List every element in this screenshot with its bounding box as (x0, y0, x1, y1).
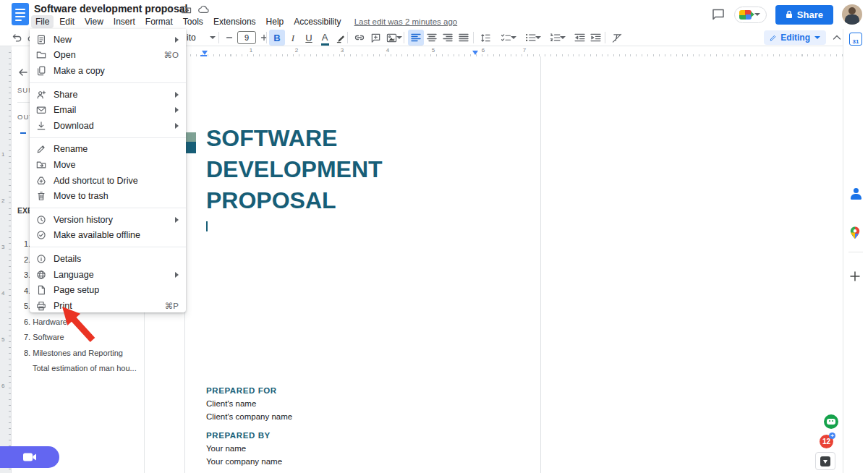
numbered-list-dropdown-icon[interactable] (560, 36, 566, 39)
client-company-name: Client's company name (206, 412, 292, 421)
document-title[interactable]: Software development proposal (34, 3, 187, 14)
menu-item-share[interactable]: Share (30, 87, 186, 103)
underline-button[interactable]: U (301, 30, 317, 46)
template-ribbon-decoration (184, 132, 196, 153)
outline-item[interactable]: 8. Milestones and Reporting (24, 346, 137, 362)
menu-help[interactable]: Help (262, 15, 289, 28)
font-family-dropdown-icon[interactable] (210, 36, 216, 39)
right-indent-marker[interactable] (472, 51, 478, 55)
checklist-dropdown-icon[interactable] (511, 36, 516, 39)
align-right-button[interactable] (440, 30, 456, 46)
menu-item-open[interactable]: Open⌘O (30, 48, 186, 64)
menu-item-email[interactable]: Email (30, 102, 186, 118)
menu-item-make-available-offline[interactable]: Make available offline (30, 228, 186, 244)
google-calendar-icon[interactable]: 31 (849, 33, 862, 46)
download-icon (35, 120, 47, 132)
menu-item-version-history[interactable]: Version history (30, 212, 186, 228)
clear-formatting-button[interactable] (609, 30, 625, 46)
open-comment-history-icon[interactable] (711, 8, 726, 21)
open-folder-icon (35, 49, 47, 61)
insert-image-dropdown-icon[interactable] (396, 36, 402, 39)
last-edit-link[interactable]: Last edit was 2 minutes ago (354, 17, 458, 26)
prepared-by-section[interactable]: PREPARED BY Your name Your company name (206, 431, 282, 466)
menu-file[interactable]: File (31, 15, 54, 28)
menu-format[interactable]: Format (141, 15, 177, 28)
your-name: Your name (206, 444, 282, 453)
client-name: Client's name (206, 399, 292, 408)
hide-menus-button[interactable] (830, 31, 843, 44)
add-comment-button[interactable] (367, 30, 383, 46)
menu-item-page-setup[interactable]: Page setup (30, 282, 186, 298)
email-icon (35, 104, 47, 116)
document-heading[interactable]: SOFTWARE DEVELOPMENT PROPOSAL (206, 123, 383, 216)
menu-item-move[interactable]: Move (30, 157, 186, 173)
ruler-number: 4 (1, 290, 4, 297)
menu-extensions[interactable]: Extensions (209, 15, 260, 28)
extension-install-button[interactable] (815, 452, 835, 470)
screen-recording-indicator[interactable] (0, 446, 59, 468)
line-spacing-button[interactable] (477, 30, 493, 46)
menu-divider (30, 208, 186, 208)
decrease-font-size-button[interactable] (221, 30, 237, 46)
menu-item-rename[interactable]: Rename (30, 142, 186, 158)
decrease-indent-button[interactable] (571, 30, 587, 46)
google-meet-icon (739, 10, 752, 20)
font-size-input[interactable]: 9 (237, 31, 256, 44)
menu-item-make-a-copy[interactable]: Make a copy (30, 63, 186, 79)
drive-shortcut-icon (35, 175, 47, 187)
align-left-button[interactable] (408, 30, 424, 46)
align-center-button[interactable] (424, 30, 440, 46)
copy-icon (35, 65, 47, 77)
editing-mode-select[interactable]: Editing (764, 30, 826, 45)
menu-divider (30, 247, 186, 247)
font-family-select[interactable]: ito (187, 33, 196, 43)
annotation-arrow-pointing-at-print (56, 302, 100, 346)
align-justify-button[interactable] (456, 30, 472, 46)
menu-view[interactable]: View (80, 15, 108, 28)
undo-button[interactable] (9, 30, 25, 46)
prepared-for-section[interactable]: PREPARED FOR Client's name Client's comp… (206, 386, 292, 421)
submenu-arrow-icon (175, 123, 179, 129)
prepared-for-label: PREPARED FOR (206, 386, 292, 395)
menu-edit[interactable]: Edit (55, 15, 79, 28)
menu-item-add-shortcut-to-drive[interactable]: Add shortcut to Drive (30, 173, 186, 189)
get-add-ons-button[interactable] (849, 270, 862, 284)
menu-item-print[interactable]: Print⌘P (30, 298, 186, 314)
share-button[interactable]: Share (775, 5, 833, 25)
join-call-button[interactable] (734, 7, 767, 23)
vertical-ruler[interactable]: 1 2 3 4 5 6 (0, 46, 12, 473)
google-docs-logo-icon[interactable] (12, 3, 29, 25)
menu-tools[interactable]: Tools (179, 15, 208, 28)
italic-button[interactable]: I (285, 30, 301, 46)
new-document-icon (35, 34, 47, 46)
move-folder-icon[interactable] (181, 4, 192, 14)
outline-item[interactable]: Total estimation of man hou... (24, 361, 137, 377)
star-icon[interactable]: ☆ (166, 4, 174, 14)
bulleted-list-dropdown-icon[interactable] (535, 36, 541, 39)
insert-link-button[interactable] (352, 30, 367, 46)
trash-icon (35, 190, 47, 202)
close-outline-button[interactable] (17, 67, 30, 80)
google-maps-icon[interactable] (849, 226, 862, 239)
extension-bot-icon[interactable] (824, 414, 838, 429)
ruler-number: 6 (480, 47, 486, 54)
language-globe-icon (35, 269, 47, 281)
increase-indent-button[interactable] (587, 30, 603, 46)
lock-icon (786, 10, 793, 19)
pencil-icon (770, 34, 776, 42)
menu-item-language[interactable]: Language (30, 267, 186, 283)
menu-item-details[interactable]: Details (30, 251, 186, 267)
horizontal-ruler[interactable]: 1 2 3 4 5 6 7 (145, 46, 843, 56)
menu-item-move-to-trash[interactable]: Move to trash (30, 188, 186, 204)
document-canvas[interactable]: SOFTWARE DEVELOPMENT PROPOSAL PREPARED F… (145, 56, 843, 473)
menu-insert[interactable]: Insert (109, 15, 140, 28)
bold-button[interactable]: B (269, 30, 285, 46)
document-status-cloud-icon[interactable] (198, 5, 210, 14)
highlight-color-button[interactable] (333, 30, 349, 46)
menu-accessibility[interactable]: Accessibility (289, 15, 345, 28)
menu-item-download[interactable]: Download (30, 118, 186, 134)
extension-notification-badge[interactable]: 12 + (820, 435, 833, 448)
text-color-button[interactable]: A (317, 30, 333, 46)
menu-item-new[interactable]: New (30, 32, 186, 48)
account-avatar[interactable] (842, 4, 862, 25)
